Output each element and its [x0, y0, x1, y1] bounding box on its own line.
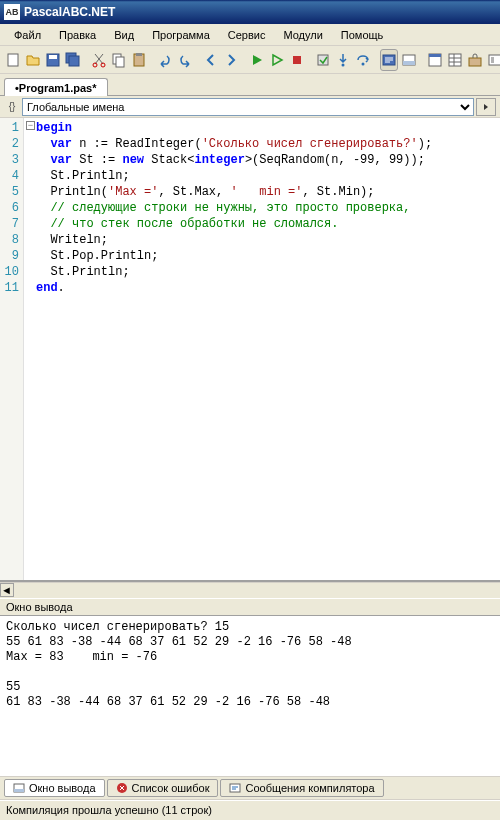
output-tab[interactable]: Окно вывода [4, 779, 105, 797]
output-panel-button[interactable] [400, 49, 418, 71]
code-line[interactable]: St.Pop.Println; [36, 248, 500, 264]
intellisense-button[interactable] [380, 49, 398, 71]
line-number: 4 [0, 168, 23, 184]
code-line[interactable]: // что стек после обработки не сломался. [36, 216, 500, 232]
redo-button[interactable] [176, 49, 194, 71]
line-number: 7 [0, 216, 23, 232]
svg-rect-10 [136, 53, 142, 56]
toolbar [0, 46, 500, 74]
new-file-button[interactable] [4, 49, 22, 71]
errors-tab[interactable]: Список ошибок [107, 779, 219, 797]
code-line[interactable]: Writeln; [36, 232, 500, 248]
line-number: 9 [0, 248, 23, 264]
svg-rect-26 [230, 784, 240, 792]
scope-nav-button[interactable] [476, 98, 496, 116]
menu-help[interactable]: Помощь [333, 27, 392, 43]
paste-button[interactable] [130, 49, 148, 71]
line-number: 1 [0, 120, 23, 136]
code-line[interactable]: St.Println; [36, 168, 500, 184]
step-into-button[interactable] [334, 49, 352, 71]
menu-view[interactable]: Вид [106, 27, 142, 43]
scope-icon: {} [4, 99, 20, 115]
undo-button[interactable] [156, 49, 174, 71]
save-all-button[interactable] [64, 49, 82, 71]
menu-modules[interactable]: Модули [275, 27, 330, 43]
toolbox-button[interactable] [466, 49, 484, 71]
line-number: 5 [0, 184, 23, 200]
compiler-tab-icon [229, 782, 241, 794]
stop-button[interactable] [288, 49, 306, 71]
line-number: 10 [0, 264, 23, 280]
navigate-forward-button[interactable] [222, 49, 240, 71]
fold-toggle[interactable]: − [26, 121, 35, 130]
app-title: PascalABC.NET [24, 5, 115, 19]
file-tab[interactable]: •Program1.pas* [4, 78, 108, 96]
output-tab-icon [13, 782, 25, 794]
line-number: 3 [0, 152, 23, 168]
compiler-tab[interactable]: Сообщения компилятора [220, 779, 383, 797]
code-line[interactable]: Println('Max =', St.Max, ' min =', St.Mi… [36, 184, 500, 200]
code-line[interactable]: St.Println; [36, 264, 500, 280]
statusbar: Компиляция прошла успешно (11 строк) [0, 800, 500, 820]
titlebar: AB PascalABC.NET [0, 0, 500, 24]
code-line[interactable]: var n := ReadInteger('Сколько чисел сген… [36, 136, 500, 152]
run-no-debug-button[interactable] [268, 49, 286, 71]
line-number: 2 [0, 136, 23, 152]
errors-tab-label: Список ошибок [132, 782, 210, 794]
output-tab-label: Окно вывода [29, 782, 96, 794]
compile-button[interactable] [314, 49, 332, 71]
menu-service[interactable]: Сервис [220, 27, 274, 43]
output-area[interactable]: Сколько чисел сгенерировать? 15 55 61 83… [0, 616, 500, 776]
svg-rect-20 [449, 54, 461, 66]
copy-button[interactable] [110, 49, 128, 71]
svg-rect-11 [293, 56, 301, 64]
bottom-tabs: Окно вывода Список ошибок Сообщения комп… [0, 776, 500, 800]
tab-bar: •Program1.pas* [0, 74, 500, 96]
output-header: Окно вывода [0, 598, 500, 616]
svg-rect-0 [8, 54, 18, 66]
file-tab-label: •Program1.pas* [15, 82, 97, 94]
cut-button[interactable] [90, 49, 108, 71]
save-button[interactable] [44, 49, 62, 71]
scope-bar: {} Глобальные имена [0, 96, 500, 118]
code-line[interactable]: // следующие строки не нужны, это просто… [36, 200, 500, 216]
line-number: 11 [0, 280, 23, 296]
output-header-label: Окно вывода [6, 601, 73, 613]
menu-edit[interactable]: Правка [51, 27, 104, 43]
menu-program[interactable]: Программа [144, 27, 218, 43]
line-number: 8 [0, 232, 23, 248]
svg-rect-21 [469, 58, 481, 66]
code-line[interactable]: end. [36, 280, 500, 296]
line-gutter: 1234567891011 [0, 118, 24, 580]
code-line[interactable]: begin [36, 120, 500, 136]
svg-rect-8 [116, 57, 124, 67]
svg-point-14 [362, 62, 365, 65]
errors-tab-icon [116, 782, 128, 794]
scroll-left-button[interactable]: ◄ [0, 583, 14, 597]
svg-rect-2 [49, 55, 57, 59]
run-button[interactable] [248, 49, 266, 71]
horizontal-scrollbar[interactable]: ◄ [0, 582, 500, 598]
svg-rect-24 [14, 789, 24, 792]
scope-dropdown[interactable]: Глобальные имена [22, 98, 474, 116]
svg-rect-4 [69, 56, 79, 66]
code-area[interactable]: begin var n := ReadInteger('Сколько чисе… [24, 118, 500, 580]
properties-button[interactable] [446, 49, 464, 71]
form-designer-button[interactable] [426, 49, 444, 71]
svg-rect-19 [429, 54, 441, 57]
editor: 1234567891011 begin var n := ReadInteger… [0, 118, 500, 582]
line-number: 6 [0, 200, 23, 216]
navigate-back-button[interactable] [202, 49, 220, 71]
open-file-button[interactable] [24, 49, 42, 71]
svg-rect-22 [489, 55, 500, 65]
project-explorer-button[interactable] [486, 49, 500, 71]
app-icon: AB [4, 4, 20, 20]
svg-point-13 [342, 63, 345, 66]
menubar: Файл Правка Вид Программа Сервис Модули … [0, 24, 500, 46]
compiler-tab-label: Сообщения компилятора [245, 782, 374, 794]
step-over-button[interactable] [354, 49, 372, 71]
menu-file[interactable]: Файл [6, 27, 49, 43]
svg-rect-17 [403, 61, 415, 65]
status-text: Компиляция прошла успешно (11 строк) [6, 804, 212, 816]
code-line[interactable]: var St := new Stack<integer>(SeqRandom(n… [36, 152, 500, 168]
